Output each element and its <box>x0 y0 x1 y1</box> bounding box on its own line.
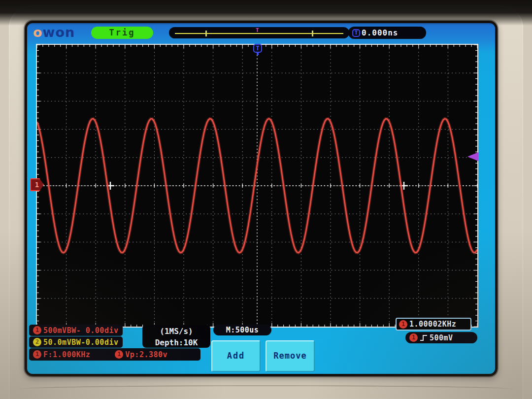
rising-edge-icon <box>420 334 428 341</box>
frequency-counter-value: 1.00002KHz <box>409 320 456 329</box>
frequency-value: F:1.000KHz <box>43 350 90 359</box>
logo-letters-won: won <box>43 25 75 40</box>
logo-letter-o: o <box>33 25 43 40</box>
owon-logo: owon <box>33 25 75 40</box>
sample-rate: (1MS/s) <box>142 326 210 337</box>
vpp-value: Vp:2.380v <box>125 350 167 359</box>
vpp-measurement: 1 Vp:2.380v <box>115 350 167 359</box>
ch2-scale-text: 50.0mVBW-0.00div <box>43 338 119 347</box>
ch2-scale-readout: 2 50.0mVBW-0.00div <box>29 336 123 348</box>
trigger-level-value: 500mV <box>430 333 453 342</box>
trigger-status-badge: Trig <box>91 27 153 39</box>
ch1-scale-text: 500mVBW- 0.00div <box>43 326 119 335</box>
measurement-readout: 1 F:1.000KHz 1 Vp:2.380v <box>29 348 200 361</box>
ch1-badge: 1 <box>33 350 41 359</box>
trigger-level-readout: 1 500mV <box>405 332 477 343</box>
ch1-badge: 1 <box>399 320 407 329</box>
remove-button[interactable]: Remove <box>266 340 315 372</box>
timebase-readout: M:500us <box>213 325 271 335</box>
timebase-value: M:500us <box>226 326 259 334</box>
trigger-position-readout: T 0.000ns <box>348 27 426 39</box>
waveform-graticule: T 1 <box>36 44 478 328</box>
acquisition-readout: (1MS/s) Depth:10K <box>142 325 210 348</box>
memory-window-left-bracket <box>205 31 207 36</box>
ch2-badge: 2 <box>33 338 41 346</box>
memory-window-bar: T <box>169 27 349 38</box>
oscilloscope-screen: owon Trig T T 0.000ns T 1 1 500mVBW- 0.0… <box>25 21 498 376</box>
trigger-horizontal-position-marker: T <box>253 44 262 53</box>
ch1-badge: 1 <box>409 333 418 342</box>
frequency-measurement: 1 F:1.000KHz <box>33 350 90 359</box>
ch1-badge: 1 <box>33 326 41 334</box>
trigger-position-value: 0.000ns <box>362 28 398 37</box>
ch1-scale-readout: 1 500mVBW- 0.00div <box>29 325 123 336</box>
memory-window-right-bracket <box>312 31 313 36</box>
record-depth: Depth:10K <box>142 337 210 348</box>
ch1-badge: 1 <box>115 350 123 359</box>
memory-trigger-icon: T <box>256 28 259 33</box>
memory-window-line <box>175 33 343 34</box>
add-button[interactable]: Add <box>211 340 261 372</box>
grid-and-waveform <box>37 45 477 327</box>
bezel-groove <box>20 385 512 395</box>
frequency-counter: 1 1.00002KHz <box>396 318 471 331</box>
trigger-t-icon: T <box>352 29 360 37</box>
